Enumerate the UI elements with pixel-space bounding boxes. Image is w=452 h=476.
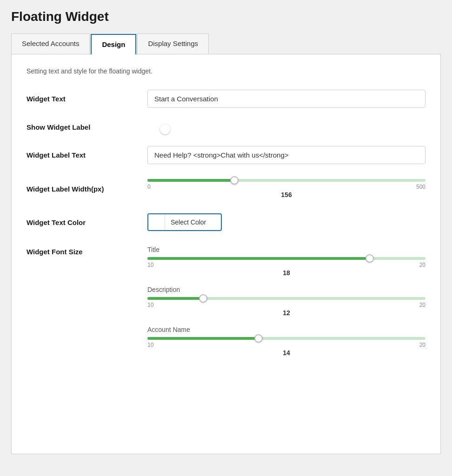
- font-desc-label: Description: [147, 286, 425, 293]
- subtitle: Setting text and style for the floating …: [27, 67, 425, 75]
- select-color-label: Select Color: [165, 218, 212, 226]
- tab-display-settings[interactable]: Display Settings: [137, 33, 209, 54]
- font-desc-labels: 10 20: [147, 302, 425, 308]
- widget-label-text-row: Widget Label Text: [27, 146, 425, 164]
- font-title-label: Title: [147, 246, 425, 253]
- font-account-max: 20: [419, 342, 425, 348]
- font-title-group: Title 10 20 18: [147, 246, 425, 277]
- font-account-fill: [147, 337, 259, 340]
- font-account-thumb: [254, 334, 263, 343]
- widget-label-width-track: [147, 179, 425, 182]
- color-swatch: [148, 214, 165, 230]
- widget-text-color-label: Widget Text Color: [27, 218, 147, 226]
- show-widget-label-row: Show Widget Label: [27, 123, 425, 131]
- widget-label-width-value: 156: [147, 191, 425, 198]
- widget-font-size-row: Widget Font Size Title 10 20 18: [27, 246, 425, 366]
- widget-font-size-label: Widget Font Size: [27, 246, 147, 256]
- font-desc-thumb: [199, 294, 207, 303]
- widget-text-input[interactable]: [147, 90, 425, 108]
- tab-design[interactable]: Design: [91, 34, 136, 54]
- font-title-fill: [147, 257, 370, 260]
- font-account-min: 10: [147, 342, 153, 348]
- font-account-track: [147, 337, 425, 340]
- font-title-track: [147, 257, 425, 260]
- font-title-thumb: [366, 254, 374, 263]
- widget-text-label: Widget Text: [27, 95, 147, 103]
- show-widget-label-label: Show Widget Label: [27, 123, 147, 131]
- widget-label-width-thumb: [230, 176, 239, 185]
- widget-font-size-control: Title 10 20 18 Description: [147, 246, 425, 366]
- font-account-labels: 10 20: [147, 342, 425, 348]
- widget-label-width-labels: 0 500: [147, 184, 425, 190]
- font-title-min: 10: [147, 262, 153, 268]
- widget-label-width-slider-container: 0 500 156: [147, 179, 425, 198]
- widget-label-width-row: Widget Label Width(px) 0 500 156: [27, 179, 425, 198]
- font-title-value: 18: [147, 269, 425, 277]
- font-desc-group: Description 10 20 12: [147, 286, 425, 317]
- page-container: Floating Widget Selected Accounts Design…: [0, 0, 452, 476]
- content-area: Setting text and style for the floating …: [11, 54, 441, 454]
- page-title: Floating Widget: [11, 9, 441, 24]
- font-desc-track: [147, 297, 425, 300]
- widget-label-text-input[interactable]: [147, 146, 425, 164]
- widget-text-row: Widget Text: [27, 90, 425, 108]
- show-widget-label-control: [147, 123, 425, 131]
- widget-label-width-label: Widget Label Width(px): [27, 185, 147, 193]
- slider-max-label: 500: [416, 184, 425, 190]
- widget-text-color-row: Widget Text Color Select Color: [27, 213, 425, 231]
- font-account-group: Account Name 10 20 14: [147, 326, 425, 357]
- tab-selected-accounts[interactable]: Selected Accounts: [11, 33, 90, 54]
- widget-label-text-label: Widget Label Text: [27, 151, 147, 159]
- widget-text-color-control: Select Color: [147, 213, 425, 231]
- font-account-label: Account Name: [147, 326, 425, 333]
- tabs-container: Selected Accounts Design Display Setting…: [11, 33, 441, 54]
- font-desc-min: 10: [147, 302, 153, 308]
- font-account-value: 14: [147, 349, 425, 357]
- font-desc-max: 20: [419, 302, 425, 308]
- widget-label-text-control: [147, 146, 425, 164]
- slider-min-label: 0: [147, 184, 151, 190]
- widget-text-control: [147, 90, 425, 108]
- widget-label-width-control: 0 500 156: [147, 179, 425, 198]
- font-title-labels: 10 20: [147, 262, 425, 268]
- font-desc-value: 12: [147, 309, 425, 317]
- font-title-max: 20: [419, 262, 425, 268]
- font-desc-fill: [147, 297, 203, 300]
- widget-label-width-fill: [147, 179, 234, 182]
- select-color-button[interactable]: Select Color: [147, 213, 222, 231]
